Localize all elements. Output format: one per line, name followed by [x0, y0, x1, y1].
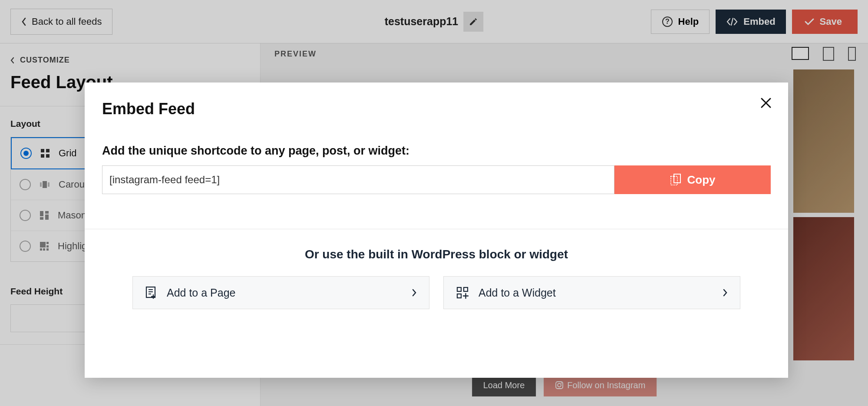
svg-rect-29 [464, 287, 468, 291]
close-icon [759, 96, 772, 109]
copy-label: Copy [687, 173, 716, 187]
chevron-right-icon [412, 288, 417, 297]
shortcode-row: Copy [102, 165, 771, 194]
chevron-right-icon [723, 288, 728, 297]
embed-feed-modal: Embed Feed Add the unique shortcode to a… [85, 83, 788, 378]
shortcode-prompt: Add the unique shortcode to any page, po… [102, 144, 771, 158]
add-to-page-button[interactable]: Add to a Page [132, 276, 429, 309]
add-widget-label: Add to a Widget [479, 287, 556, 299]
svg-rect-28 [457, 287, 461, 291]
svg-rect-30 [457, 294, 461, 298]
copy-shortcode-button[interactable]: Copy [614, 165, 771, 194]
action-row: Add to a Page Add to a Widget [102, 276, 771, 309]
divider [85, 229, 788, 229]
copy-icon [670, 173, 681, 186]
page-icon [145, 286, 157, 299]
alt-heading: Or use the built in WordPress block or w… [102, 248, 771, 261]
add-page-label: Add to a Page [167, 287, 235, 299]
widget-icon [456, 286, 469, 299]
close-modal-button[interactable] [759, 96, 772, 109]
modal-title: Embed Feed [102, 100, 771, 118]
shortcode-input[interactable] [102, 165, 614, 194]
add-to-widget-button[interactable]: Add to a Widget [443, 276, 740, 309]
